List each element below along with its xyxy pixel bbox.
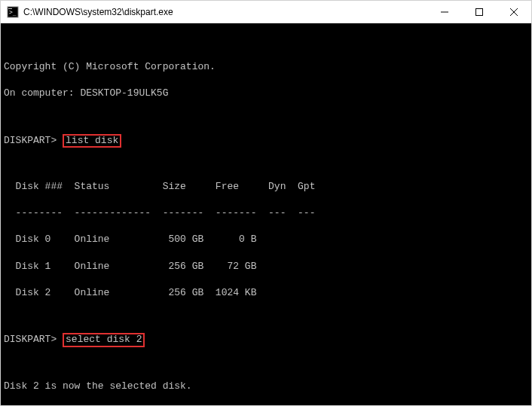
- disk-divider: -------- ------------- ------- ------- -…: [4, 206, 528, 220]
- prompt-select-disk: DISKPART> select disk 2: [4, 333, 528, 346]
- prompt-list-disk: DISKPART> list disk: [4, 134, 528, 148]
- prompt-label: DISKPART>: [4, 334, 57, 345]
- window-controls: [427, 1, 531, 23]
- prompt-label: DISKPART>: [4, 135, 57, 146]
- disk-row: Disk 2 Online 256 GB 1024 KB: [4, 286, 528, 300]
- disk-header: Disk ### Status Size Free Dyn Gpt: [4, 180, 528, 194]
- svg-rect-4: [476, 8, 483, 15]
- app-icon: >_: [7, 6, 19, 18]
- window-titlebar: >_ C:\WINDOWS\system32\diskpart.exe: [1, 1, 531, 23]
- computer-line: On computer: DESKTOP-19ULK5G: [4, 87, 528, 100]
- close-button[interactable]: [497, 1, 531, 23]
- minimize-button[interactable]: [427, 1, 462, 23]
- msg-disk-selected: Disk 2 is now the selected disk.: [4, 380, 528, 393]
- terminal-output[interactable]: Copyright (C) Microsoft Corporation. On …: [1, 23, 531, 405]
- window-title: C:\WINDOWS\system32\diskpart.exe: [23, 7, 427, 17]
- copyright-line: Copyright (C) Microsoft Corporation.: [4, 60, 528, 74]
- maximize-button[interactable]: [462, 1, 497, 23]
- svg-text:>_: >_: [9, 9, 17, 16]
- cmd-list-disk: list disk: [63, 134, 121, 148]
- disk-row: Disk 1 Online 256 GB 72 GB: [4, 260, 528, 273]
- cmd-select-disk: select disk 2: [63, 333, 145, 346]
- disk-row: Disk 0 Online 500 GB 0 B: [4, 233, 528, 246]
